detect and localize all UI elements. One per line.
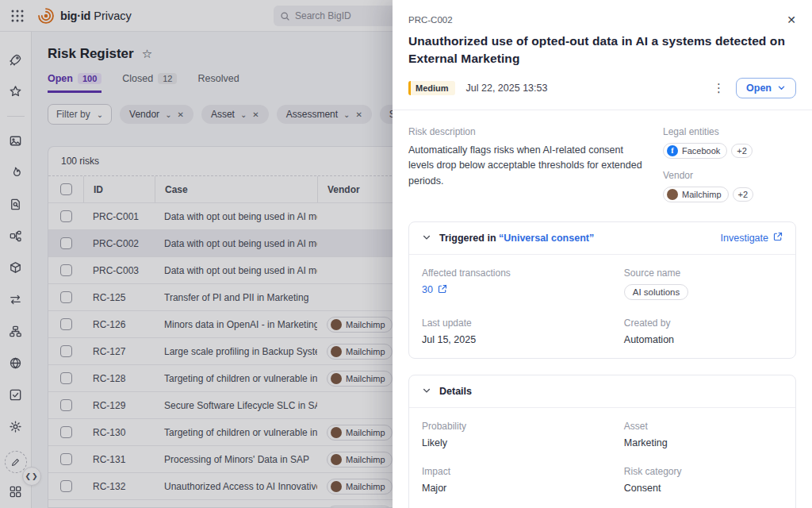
status-label: Open [746,83,772,94]
status-dropdown-button[interactable]: Open [736,78,796,98]
external-link-icon [773,232,783,244]
image-icon[interactable] [8,133,23,148]
row-checkbox[interactable] [60,345,72,357]
left-nav-rail [0,32,32,508]
row-checkbox[interactable] [60,318,72,330]
chevron-down-icon: ⌄ [165,110,171,119]
row-case: Data with opt out being used in AI mod..… [155,203,317,229]
asset-value: Marketing [624,437,783,448]
tab-closed[interactable]: Closed 12 [122,73,177,93]
check-square-icon[interactable] [8,387,23,402]
sitemap-icon[interactable] [8,324,23,339]
row-checkbox[interactable] [60,372,72,384]
vendor-chip[interactable]: Mailchimp [327,371,393,387]
mailchimp-icon [331,373,342,384]
row-case: Data with opt out being used in AI mod..… [155,230,317,256]
vendor-chip[interactable]: Mailchimp [327,344,393,360]
globe-icon[interactable] [8,356,23,371]
vendor-label: Vendor [663,170,796,181]
vendor-name: Mailchimp [346,320,385,329]
filter-by-dropdown[interactable]: Filter by ⌄ [48,104,112,125]
sidebar-collapse-button[interactable]: ❮❯ [22,467,41,486]
select-all-checkbox[interactable] [60,183,72,195]
vendor-chip[interactable]: Mailchimp [327,479,393,495]
filter-chip-label: Assessment [286,109,338,120]
created-by-label: Created by [624,318,783,329]
gear-icon[interactable] [8,419,23,434]
legal-entity-chip[interactable]: f Facebook [663,143,727,159]
org-chart-icon[interactable] [8,229,23,244]
vendor-chip[interactable]: Mailchimp [327,452,393,468]
row-checkbox[interactable] [60,210,72,222]
vendor-name: Mailchimp [346,455,385,464]
severity-label: Medium [411,81,455,95]
swap-arrows-icon[interactable] [8,292,23,307]
mailchimp-icon [331,427,342,438]
row-id: RC-129 [83,392,155,418]
vendor-name: Mailchimp [346,347,385,356]
source-name-chip[interactable]: AI solutions [624,284,688,300]
document-search-icon[interactable] [8,197,23,212]
row-checkbox[interactable] [60,237,72,249]
impact-label: Impact [422,466,624,477]
vendor-extra-chip[interactable]: +2 [733,187,754,202]
close-icon[interactable]: ✕ [787,14,796,25]
source-name-label: Source name [624,267,783,279]
apps-grid-icon[interactable] [8,484,23,499]
app-launcher-icon[interactable] [10,8,25,24]
affected-transactions-link[interactable]: 30 [422,284,624,296]
legal-entity-extra-chip[interactable]: +2 [731,144,753,158]
tab-resolved[interactable]: Resolved [197,73,239,93]
row-id: RC-125 [83,284,155,310]
risk-category-label: Risk category [624,466,783,477]
row-id: PRC-C003 [83,257,155,283]
chevron-down-icon[interactable] [422,384,431,398]
vendor-chip[interactable]: Mailchimp [327,506,393,508]
investigate-link[interactable]: Investigate [721,232,783,244]
filter-chip-vendor[interactable]: Vendor⌄✕ [120,105,193,124]
column-header-case[interactable]: Case [155,176,317,202]
row-checkbox[interactable] [60,291,72,303]
star-icon[interactable] [8,84,23,99]
row-checkbox[interactable] [60,264,72,276]
vendor-chip[interactable]: Mailchimp [663,187,729,202]
tab-closed-label: Closed [122,73,153,84]
triggered-in-link[interactable]: “Universal consent” [499,233,594,244]
remove-filter-icon[interactable]: ✕ [178,110,184,119]
cube-icon[interactable] [8,260,23,275]
row-checkbox[interactable] [60,399,72,411]
remove-filter-icon[interactable]: ✕ [252,110,259,119]
chevron-down-icon: ⌄ [97,110,103,119]
favorite-star-icon[interactable]: ☆ [142,47,152,61]
row-case: Targeting of children or vulnerable indi… [155,419,317,445]
row-checkbox[interactable] [60,453,72,465]
bigid-logo-icon [36,6,56,25]
row-checkbox[interactable] [60,426,72,438]
vendor-chip[interactable]: Mailchimp [327,317,393,333]
column-header-id[interactable]: ID [83,176,155,202]
flame-icon[interactable] [8,165,23,180]
kebab-menu-icon[interactable]: ⋮ [713,82,725,94]
nav-divider [7,116,25,117]
remove-filter-icon[interactable]: ✕ [355,110,362,119]
risk-description-text: Automatically flags risks when AI-relate… [408,143,647,189]
filter-chip-asset[interactable]: Asset⌄✕ [201,105,269,124]
row-case: Unauthorized Access to AI Innovative T..… [155,473,317,499]
chevron-down-icon: ⌄ [343,110,350,119]
details-card: Details ProbabilityLikely AssetMarketing… [408,375,796,508]
edit-pen-icon[interactable] [5,451,27,473]
tab-open-label: Open [48,73,73,84]
row-id: PRC-C002 [83,230,155,256]
row-checkbox[interactable] [60,480,72,492]
vendor-chip[interactable]: Mailchimp [327,425,393,441]
tab-open[interactable]: Open 100 [48,73,102,93]
chevron-down-icon[interactable] [422,231,431,245]
risk-date: Jul 22, 2025 13:53 [466,83,548,94]
row-id: RC-130 [83,419,155,445]
row-case: Secure Software Lifecycle SLC in SAP [155,392,317,418]
affected-transactions-value: 30 [422,284,433,295]
probability-value: Likely [422,437,624,448]
rocket-icon[interactable] [8,52,23,67]
mailchimp-icon [331,454,342,465]
filter-chip-assessment[interactable]: Assessment⌄✕ [277,105,372,124]
